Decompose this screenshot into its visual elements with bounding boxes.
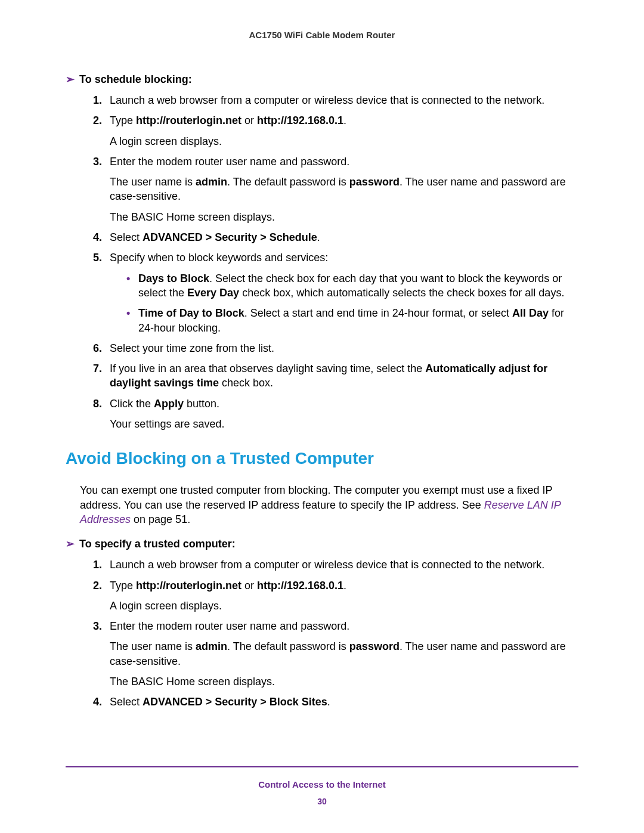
step-item: 6. Select your time zone from the list. — [93, 341, 578, 355]
bullet-dot-icon: • — [126, 306, 130, 320]
bullet-dot-icon: • — [126, 271, 130, 286]
step-para: The BASIC Home screen displays. — [110, 674, 578, 689]
step-number: 8. — [93, 397, 102, 411]
step-item: 1. Launch a web browser from a computer … — [93, 558, 578, 572]
section-intro: You can exempt one trusted computer from… — [80, 483, 578, 527]
steps-list-2: 1. Launch a web browser from a computer … — [66, 558, 578, 709]
step-after-text: A login screen displays. — [110, 134, 578, 148]
step-number: 6. — [93, 341, 102, 355]
footer-divider — [66, 766, 578, 767]
step-number: 2. — [93, 578, 102, 593]
step-item: 4. Select ADVANCED > Security > Block Si… — [93, 695, 578, 709]
step-number: 1. — [93, 558, 102, 572]
steps-list-1: 1. Launch a web browser from a computer … — [66, 93, 578, 431]
page: AC1750 WiFi Cable Modem Router ➢To sched… — [0, 0, 644, 833]
chevron-right-icon: ➢ — [66, 537, 75, 550]
step-number: 5. — [93, 250, 102, 265]
step-text: Click the Apply button. — [110, 398, 219, 410]
step-item: 4. Select ADVANCED > Security > Schedule… — [93, 230, 578, 244]
step-item: 2. Type http://routerlogin.net or http:/… — [93, 578, 578, 614]
step-text: Enter the modem router user name and pas… — [110, 156, 349, 168]
step-text: Type http://routerlogin.net or http://19… — [110, 114, 346, 126]
step-item: 2. Type http://routerlogin.net or http:/… — [93, 113, 578, 148]
procedure-heading-text: To specify a trusted computer: — [79, 538, 236, 550]
bullet-list: • Days to Block. Select the check box fo… — [110, 271, 578, 335]
chevron-right-icon: ➢ — [66, 73, 75, 86]
bullet-item: • Time of Day to Block. Select a start a… — [126, 306, 578, 335]
step-number: 7. — [93, 361, 102, 376]
step-number: 3. — [93, 154, 102, 169]
step-number: 4. — [93, 695, 102, 709]
step-para: The user name is admin. The default pass… — [110, 175, 578, 204]
step-text: Select ADVANCED > Security > Block Sites… — [110, 696, 330, 708]
footer-chapter-title: Control Access to the Internet — [66, 779, 578, 789]
step-text: Select your time zone from the list. — [110, 342, 274, 354]
procedure-heading-schedule-blocking: ➢To schedule blocking: — [66, 73, 578, 86]
step-para: The user name is admin. The default pass… — [110, 639, 578, 668]
bullet-item: • Days to Block. Select the check box fo… — [126, 271, 578, 301]
step-number: 4. — [93, 230, 102, 244]
step-item: 7. If you live in an area that observes … — [93, 361, 578, 391]
step-text: If you live in an area that observes day… — [110, 363, 547, 389]
step-after-text: A login screen displays. — [110, 599, 578, 613]
step-text: Launch a web browser from a computer or … — [110, 94, 544, 106]
step-item: 8. Click the Apply button. Your settings… — [93, 397, 578, 432]
step-item: 3. Enter the modem router user name and … — [93, 619, 578, 689]
step-text: Enter the modem router user name and pas… — [110, 620, 349, 632]
procedure-heading-text: To schedule blocking: — [79, 73, 192, 85]
step-para: The BASIC Home screen displays. — [110, 210, 578, 224]
step-item: 1. Launch a web browser from a computer … — [93, 93, 578, 107]
step-text: Type http://routerlogin.net or http://19… — [110, 580, 346, 592]
document-header: AC1750 WiFi Cable Modem Router — [66, 30, 578, 40]
step-after-text: Your settings are saved. — [110, 417, 578, 431]
procedure-heading-trusted-computer: ➢To specify a trusted computer: — [66, 537, 578, 550]
step-text: Specify when to block keywords and servi… — [110, 252, 328, 264]
section-heading-avoid-blocking: Avoid Blocking on a Trusted Computer — [66, 449, 578, 468]
step-item: 3. Enter the modem router user name and … — [93, 154, 578, 224]
step-text: Launch a web browser from a computer or … — [110, 559, 544, 571]
step-number: 2. — [93, 113, 102, 128]
step-item: 5. Specify when to block keywords and se… — [93, 250, 578, 335]
footer-page-number: 30 — [66, 797, 578, 806]
step-number: 1. — [93, 93, 102, 107]
step-number: 3. — [93, 619, 102, 633]
step-text: Select ADVANCED > Security > Schedule. — [110, 231, 320, 243]
page-footer: Control Access to the Internet 30 — [66, 766, 578, 806]
